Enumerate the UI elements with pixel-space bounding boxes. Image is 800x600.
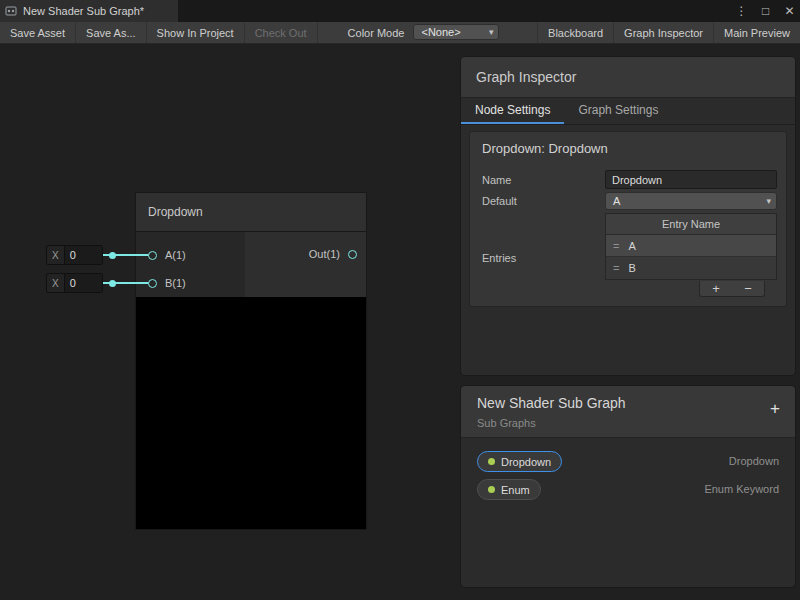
menu-kebab-icon[interactable]: ⋮ (735, 4, 748, 18)
color-mode-value: <None> (421, 26, 460, 38)
chevron-down-icon: ▾ (766, 196, 771, 206)
toolbar: Save Asset Save As... Show In Project Ch… (0, 22, 800, 44)
entries-list-footer: + − (699, 281, 765, 297)
blackboard-header[interactable]: New Shader Sub Graph Sub Graphs + (461, 386, 795, 438)
name-input[interactable]: Dropdown (605, 170, 777, 189)
remove-entry-button[interactable]: − (732, 281, 764, 296)
dropdown-node-header[interactable]: Dropdown (135, 192, 367, 232)
property-type-label: Enum Keyword (704, 483, 779, 495)
graph-inspector-toggle-button[interactable]: Graph Inspector (613, 22, 713, 43)
tab-graph-settings[interactable]: Graph Settings (564, 98, 672, 124)
property-dot-icon (488, 486, 495, 493)
section-title: Dropdown: Dropdown (470, 132, 786, 156)
port-b-label: B(1) (165, 277, 186, 289)
name-label: Name (482, 174, 511, 186)
node-settings-section: Dropdown: Dropdown Name Dropdown Default… (469, 131, 787, 307)
toolbar-right-group: Blackboard Graph Inspector Main Preview (537, 22, 800, 43)
entry-row-b[interactable]: = B (606, 257, 776, 279)
port-out-label: Out(1) (280, 248, 340, 260)
save-as-button[interactable]: Save As... (76, 22, 147, 43)
port-input-b-value[interactable]: 0 (64, 274, 102, 292)
entry-name: B (628, 262, 635, 274)
window-controls: ⋮ □ ✕ (735, 0, 796, 22)
check-out-button: Check Out (245, 22, 318, 43)
port-input-a[interactable]: X 0 (46, 245, 103, 265)
node-title: Dropdown (148, 205, 203, 219)
graph-inspector-panel: Graph Inspector Node Settings Graph Sett… (460, 56, 796, 376)
blackboard-panel: New Shader Sub Graph Sub Graphs + Dropdo… (460, 385, 796, 588)
blackboard-toggle-button[interactable]: Blackboard (537, 22, 613, 43)
entries-list: Entry Name = A = B (605, 213, 777, 280)
property-pill-dropdown[interactable]: Dropdown (477, 451, 562, 472)
entries-list-header: Entry Name (606, 214, 776, 235)
port-input-b[interactable]: X 0 (46, 273, 103, 293)
save-asset-button[interactable]: Save Asset (0, 22, 76, 43)
graph-inspector-header[interactable]: Graph Inspector (461, 57, 795, 98)
edge-anchor-b (109, 280, 116, 287)
port-a-label: A(1) (165, 249, 186, 261)
port-a-icon[interactable] (148, 251, 157, 260)
property-dot-icon (488, 458, 495, 465)
dropdown-node-preview[interactable] (135, 297, 367, 530)
tab-new-shader-sub-graph[interactable]: New Shader Sub Graph* (0, 0, 178, 22)
name-value: Dropdown (612, 174, 662, 186)
default-label: Default (482, 195, 517, 207)
chevron-down-icon: ▾ (489, 27, 494, 37)
titlebar: New Shader Sub Graph* ⋮ □ ✕ (0, 0, 800, 22)
blackboard-subtitle: Sub Graphs (477, 417, 779, 429)
add-entry-button[interactable]: + (700, 281, 732, 296)
tab-title: New Shader Sub Graph* (23, 5, 144, 17)
shader-graph-icon (5, 5, 17, 17)
inspector-tabs: Node Settings Graph Settings (461, 98, 795, 125)
tab-node-settings[interactable]: Node Settings (461, 98, 564, 124)
blackboard-title: New Shader Sub Graph (477, 395, 779, 411)
default-dropdown[interactable]: A ▾ (605, 192, 777, 210)
port-out-icon[interactable] (348, 250, 357, 259)
edge-anchor-a (109, 252, 116, 259)
axis-label: X (47, 250, 64, 261)
drag-handle-icon[interactable]: = (613, 262, 619, 274)
default-value: A (613, 195, 620, 207)
default-select-wrap: A ▾ (605, 192, 777, 210)
property-pill-enum[interactable]: Enum (477, 479, 541, 500)
show-in-project-button[interactable]: Show In Project (147, 22, 245, 43)
property-type-label: Dropdown (729, 455, 779, 467)
drag-handle-icon[interactable]: = (613, 240, 619, 252)
main-preview-toggle-button[interactable]: Main Preview (713, 22, 800, 43)
port-b-icon[interactable] (148, 279, 157, 288)
property-pill-label: Enum (501, 484, 530, 496)
property-pill-label: Dropdown (501, 456, 551, 468)
close-icon[interactable]: ✕ (783, 4, 796, 18)
entry-name: A (628, 240, 635, 252)
maximize-icon[interactable]: □ (759, 4, 772, 18)
unity-shader-graph-window: New Shader Sub Graph* ⋮ □ ✕ Save Asset S… (0, 0, 800, 600)
entries-label: Entries (482, 252, 516, 264)
color-mode-label: Color Mode (318, 22, 414, 43)
color-mode-dropdown[interactable]: <None> ▾ (413, 24, 499, 40)
port-input-a-value[interactable]: 0 (64, 246, 102, 264)
entry-row-a[interactable]: = A (606, 235, 776, 257)
graph-inspector-title: Graph Inspector (476, 69, 576, 85)
add-property-button[interactable]: + (770, 399, 780, 419)
axis-label: X (47, 278, 64, 289)
